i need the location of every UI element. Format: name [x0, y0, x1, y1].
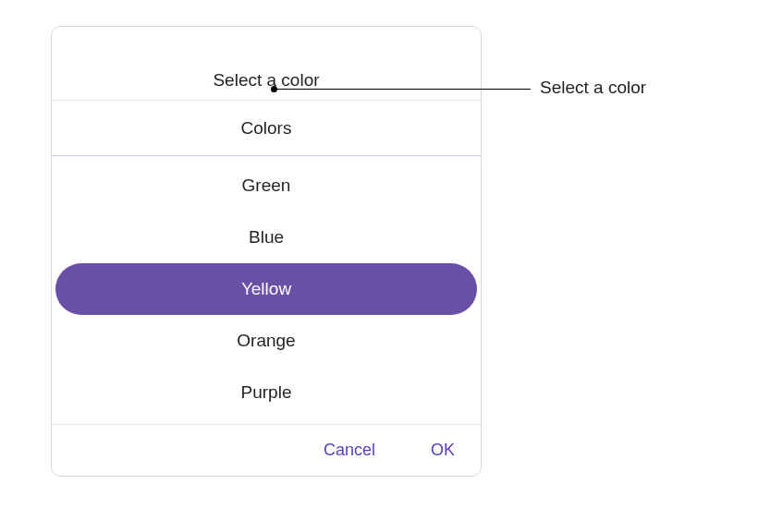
category-label: Colors: [241, 118, 292, 139]
option-label: Blue: [249, 227, 284, 248]
option-yellow[interactable]: Yellow: [55, 263, 477, 315]
option-green[interactable]: Green: [55, 160, 477, 212]
dialog-header: Select a color: [52, 27, 481, 101]
category-header: Colors: [52, 101, 481, 156]
ok-button[interactable]: OK: [425, 437, 460, 464]
option-label: Yellow: [241, 279, 291, 299]
option-blue[interactable]: Blue: [55, 212, 477, 263]
option-label: Purple: [241, 382, 292, 403]
options-list: Green Blue Yellow Orange Purple: [52, 156, 481, 425]
option-label: Green: [242, 175, 291, 196]
dialog-actions: Cancel OK: [52, 425, 481, 476]
option-orange[interactable]: Orange: [55, 315, 477, 367]
option-label: Orange: [237, 331, 295, 351]
callout-line: [274, 89, 531, 90]
dialog-title: Select a color: [213, 70, 319, 91]
option-purple[interactable]: Purple: [55, 367, 477, 418]
cancel-button[interactable]: Cancel: [318, 437, 381, 464]
picker-dialog: Select a color Colors Green Blue Yellow …: [51, 26, 482, 477]
callout-label: Select a color: [540, 78, 646, 98]
